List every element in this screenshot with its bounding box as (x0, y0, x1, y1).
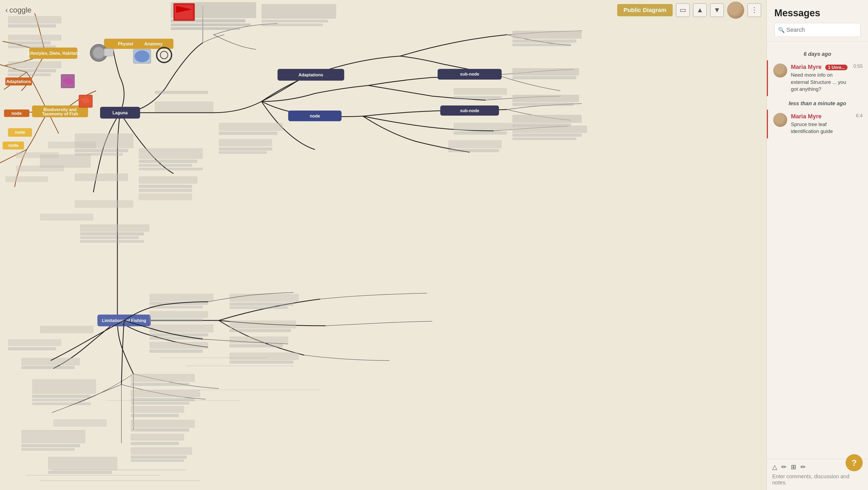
svg-rect-69 (139, 194, 192, 200)
svg-rect-119 (229, 302, 293, 306)
svg-rect-149 (131, 414, 179, 417)
svg-rect-72 (219, 139, 272, 146)
svg-text:Adaptations: Adaptations (6, 79, 31, 84)
help-button[interactable]: ? (845, 454, 863, 471)
search-wrapper: 🔍 (774, 23, 861, 37)
message-time-1: 0:55 (853, 63, 863, 93)
svg-rect-117 (149, 349, 203, 353)
svg-text:Biodiversity and: Biodiversity and (43, 107, 76, 112)
svg-rect-118 (229, 294, 299, 302)
messages-header: Messages 🔍 (767, 0, 868, 41)
avatar-face-1 (773, 63, 787, 78)
svg-rect-48 (512, 125, 587, 133)
mindmap-canvas[interactable]: ‹ coggle Public Diagram ▭ ▲ ▼ ⋮ (0, 0, 767, 490)
message-content-1: Maria Myre 1 Unre... Need more info on e… (791, 63, 849, 93)
svg-rect-90 (8, 61, 61, 68)
svg-rect-54 (454, 132, 507, 135)
svg-rect-96 (21, 358, 80, 365)
svg-rect-58 (75, 149, 128, 152)
svg-rect-124 (229, 344, 283, 347)
search-input[interactable] (774, 23, 861, 37)
sender-name-1: Maria Myre 1 Unre... (791, 63, 849, 70)
svg-text:Lifestyles, Diets, Habitats: Lifestyles, Diets, Habitats (28, 51, 79, 56)
svg-rect-40 (512, 39, 576, 43)
svg-rect-84 (5, 176, 48, 182)
monitor-icon: ▭ (680, 6, 686, 14)
svg-text:Anatomy: Anatomy (144, 42, 163, 46)
svg-rect-78 (80, 232, 144, 235)
download-button[interactable]: ▼ (710, 3, 724, 17)
message-text-1: Need more info on external Structure ...… (791, 71, 849, 93)
sender-avatar-1 (773, 63, 787, 78)
svg-rect-62 (139, 148, 203, 159)
toolbar: ‹ coggle Public Diagram ▭ ▲ ▼ ⋮ (0, 0, 767, 20)
svg-rect-155 (131, 456, 187, 459)
link-icon[interactable]: ✏ (801, 463, 806, 471)
public-diagram-button[interactable]: Public Diagram (617, 4, 673, 16)
svg-text:Taxonomy of Fish: Taxonomy of Fish (42, 112, 78, 116)
image-insert-icon[interactable]: ⊞ (791, 463, 796, 471)
svg-rect-70 (219, 123, 283, 131)
svg-rect-36 (261, 24, 323, 26)
svg-rect-68 (139, 189, 192, 192)
back-chevron-icon: ‹ (5, 6, 8, 15)
svg-point-134 (134, 51, 149, 62)
svg-rect-107 (48, 471, 112, 474)
svg-rect-41 (512, 44, 571, 46)
svg-text:node: node (15, 130, 25, 135)
svg-point-131 (93, 47, 104, 59)
svg-rect-71 (219, 132, 278, 135)
svg-text:sub-node: sub-node (460, 72, 479, 76)
svg-text:node: node (310, 114, 320, 118)
svg-rect-51 (454, 88, 507, 95)
messages-title: Messages (774, 7, 861, 19)
avatar-image (727, 2, 744, 19)
svg-rect-0 (0, 0, 767, 490)
messages-list: 6 days ago Maria Myre 1 Unre... Need mor… (767, 41, 868, 459)
user-avatar[interactable] (727, 2, 744, 19)
svg-rect-83 (16, 166, 64, 171)
svg-rect-81 (48, 142, 96, 148)
svg-rect-45 (512, 103, 574, 106)
svg-rect-132 (104, 49, 114, 56)
svg-text:Adaptations: Adaptations (299, 73, 323, 77)
svg-rect-67 (139, 185, 192, 188)
unread-badge-1: 1 Unre... (825, 65, 847, 70)
svg-rect-39 (512, 31, 582, 39)
svg-rect-95 (8, 347, 56, 350)
message-item-2[interactable]: Maria Myre Spruce tree leaf identificati… (767, 110, 868, 138)
svg-rect-94 (8, 339, 61, 346)
svg-rect-49 (512, 134, 582, 137)
comment-input-placeholder[interactable]: Enter comments, discussion and notes. (772, 473, 863, 486)
svg-rect-103 (21, 430, 85, 443)
svg-rect-88 (8, 41, 51, 45)
svg-rect-87 (8, 35, 61, 40)
svg-rect-105 (21, 448, 75, 451)
svg-rect-114 (149, 333, 208, 337)
svg-rect-33 (171, 27, 240, 30)
svg-rect-79 (80, 236, 139, 239)
avatar-face-2 (773, 113, 787, 127)
svg-rect-63 (139, 160, 197, 163)
svg-rect-99 (32, 395, 91, 398)
text-format-icon[interactable]: △ (772, 463, 777, 471)
svg-rect-104 (21, 444, 80, 447)
back-button[interactable]: ‹ coggle (5, 6, 31, 15)
svg-rect-156 (131, 459, 184, 462)
svg-rect-91 (8, 69, 56, 73)
pencil-icon[interactable]: ✏ (781, 463, 786, 471)
svg-text:sub-node: sub-node (460, 108, 479, 113)
app-logo: coggle (9, 6, 31, 15)
more-options-button[interactable]: ⋮ (747, 3, 761, 17)
svg-text:Laguna: Laguna (113, 111, 128, 115)
svg-rect-55 (448, 140, 502, 148)
upload-button[interactable]: ▲ (693, 3, 707, 17)
sender-name-2: Maria Myre (791, 113, 852, 120)
monitor-view-button[interactable]: ▭ (676, 3, 690, 17)
svg-rect-52 (454, 96, 502, 99)
svg-rect-143 (131, 374, 195, 382)
svg-rect-53 (454, 123, 512, 130)
svg-rect-111 (149, 311, 208, 318)
svg-rect-106 (48, 457, 117, 470)
message-item[interactable]: Maria Myre 1 Unre... Need more info on e… (767, 60, 868, 96)
